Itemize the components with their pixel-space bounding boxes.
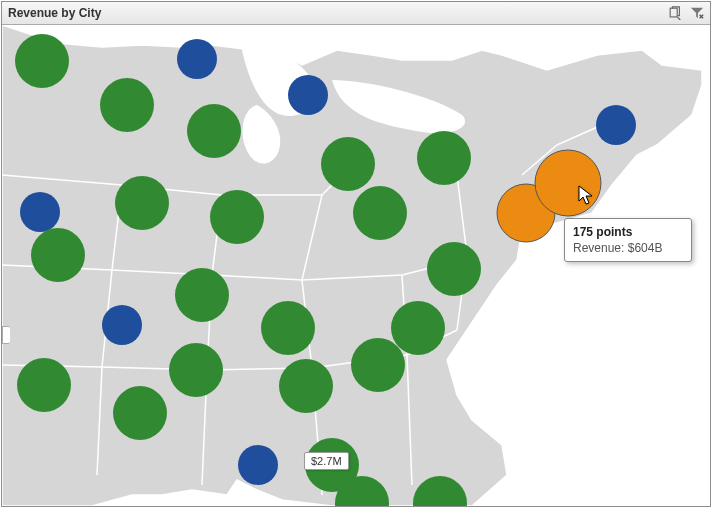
city-bubble[interactable] xyxy=(261,301,315,355)
city-bubble[interactable] xyxy=(17,358,71,412)
city-bubble[interactable] xyxy=(115,176,169,230)
panel-toolbar xyxy=(668,6,704,20)
city-bubble[interactable] xyxy=(113,386,167,440)
city-bubble[interactable] xyxy=(351,338,405,392)
revenue-by-city-panel: Revenue by City xyxy=(1,1,711,507)
tooltip-metric: Revenue: $604B xyxy=(573,241,683,255)
filter-clear-icon[interactable] xyxy=(690,6,704,20)
city-bubble[interactable] xyxy=(187,104,241,158)
city-bubble[interactable] xyxy=(596,105,636,145)
bubble-data-label: $2.7M xyxy=(304,452,349,470)
panel-titlebar: Revenue by City xyxy=(2,2,710,25)
city-bubble[interactable] xyxy=(15,34,69,88)
city-bubble[interactable] xyxy=(391,301,445,355)
city-bubble[interactable] xyxy=(102,305,142,345)
map-svg xyxy=(2,25,710,506)
city-bubble[interactable] xyxy=(353,186,407,240)
city-bubble[interactable] xyxy=(321,137,375,191)
city-bubble[interactable] xyxy=(417,131,471,185)
city-bubble[interactable] xyxy=(31,228,85,282)
city-bubble[interactable] xyxy=(535,150,601,216)
export-icon[interactable] xyxy=(668,6,682,20)
city-bubble[interactable] xyxy=(100,78,154,132)
data-label-value: $2.7M xyxy=(311,455,342,467)
tooltip-metric-value: $604B xyxy=(628,241,663,255)
city-bubble[interactable] xyxy=(279,359,333,413)
city-bubble[interactable] xyxy=(238,445,278,485)
city-bubble[interactable] xyxy=(175,268,229,322)
city-bubble[interactable] xyxy=(177,39,217,79)
panel-title: Revenue by City xyxy=(8,2,668,24)
city-bubble[interactable] xyxy=(288,75,328,115)
city-bubble[interactable] xyxy=(169,343,223,397)
svg-rect-0 xyxy=(670,8,677,17)
city-bubble[interactable] xyxy=(210,190,264,244)
tooltip-metric-label: Revenue: xyxy=(573,241,624,255)
hover-tooltip: 175 points Revenue: $604B xyxy=(564,218,692,262)
truncated-label xyxy=(2,326,10,344)
city-bubble[interactable] xyxy=(20,192,60,232)
tooltip-title: 175 points xyxy=(573,225,683,239)
map-canvas[interactable]: $2.7M 175 points Revenue: $604B xyxy=(2,25,710,506)
city-bubble[interactable] xyxy=(427,242,481,296)
